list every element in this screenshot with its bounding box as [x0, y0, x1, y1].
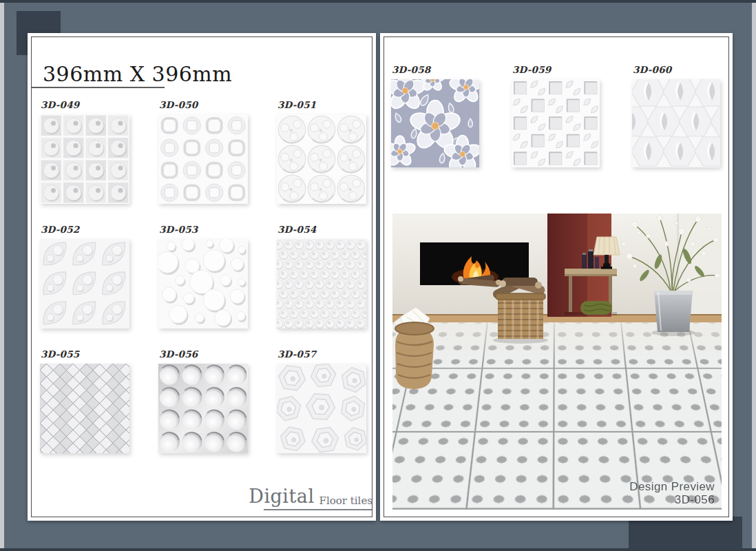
- tile-card-3d-053: 3D-053: [158, 224, 248, 329]
- flower-planter: [651, 291, 695, 336]
- tile-code-label: 3D-059: [512, 64, 600, 75]
- room-preview-photo: Design Preview 3D-056: [392, 214, 722, 510]
- brand-title: Digital: [249, 486, 314, 507]
- tile-pattern-donut-grid: [40, 114, 129, 204]
- tile-pattern-floral-relief: [391, 79, 479, 167]
- tile-code-label: 3D-050: [159, 99, 248, 110]
- tile-card-3d-060: 3D-060: [632, 64, 720, 167]
- brand-footer: DigitalFloor tiles: [249, 486, 372, 510]
- tile-code-label: 3D-049: [41, 99, 129, 110]
- brand-underline: [264, 509, 372, 510]
- tile-card-3d-054: 3D-054: [277, 224, 366, 329]
- tile-code-label: 3D-051: [277, 99, 366, 110]
- tile-pattern-rounded-square-grid: [158, 114, 248, 204]
- tile-card-3d-057: 3D-057: [277, 349, 366, 453]
- design-preview-label: Design Preview 3D-056: [629, 481, 715, 506]
- tile-code-label: 3D-057: [277, 349, 366, 360]
- tile-pattern-dotted-circles: [277, 114, 366, 204]
- frame-edge-top: [0, 0, 756, 3]
- room-scene: [392, 214, 722, 510]
- tile-code-label: 3D-054: [277, 224, 366, 235]
- tile-pattern-leaf-eye-grid: [40, 239, 129, 329]
- size-title: 396mm X 396mm: [43, 62, 232, 86]
- tile-grid-left: 3D-0493D-0503D-0513D-0523D-0533D-0543D-0…: [40, 99, 366, 453]
- tile-code-label: 3D-056: [159, 349, 248, 360]
- brand-subtitle: Floor tiles: [319, 495, 372, 507]
- corner-accent-bottom-right: [629, 517, 742, 550]
- tile-card-3d-050: 3D-050: [158, 99, 248, 204]
- tile-code-label: 3D-053: [159, 224, 248, 235]
- tile-pattern-dome-grid: [158, 364, 248, 453]
- tile-pattern-scattered-bubbles: [158, 239, 248, 329]
- frame-edge-right: [752, 0, 756, 551]
- tile-card-3d-051: 3D-051: [277, 99, 366, 204]
- design-preview-text: Design Preview: [629, 481, 715, 493]
- tile-code-label: 3D-052: [41, 224, 129, 235]
- tile-card-3d-058: 3D-058: [391, 64, 479, 167]
- catalog-page: 396mm X 396mm 3D-0493D-0503D-0513D-0523D…: [0, 0, 756, 551]
- right-page: 3D-0583D-0593D-060: [380, 33, 733, 521]
- title-underline: [32, 87, 165, 88]
- tile-card-3d-059: 3D-059: [512, 64, 600, 167]
- tile-pattern-diamond-lattice: [40, 364, 129, 453]
- tile-pattern-hex-rings: [277, 364, 366, 453]
- tile-card-3d-052: 3D-052: [40, 224, 129, 329]
- tile-grid-right: 3D-0583D-0593D-060: [391, 64, 720, 167]
- tile-card-3d-056: 3D-056: [158, 349, 248, 453]
- wicker-basket: [394, 307, 434, 389]
- tile-pattern-square-leaf-grid: [512, 79, 600, 167]
- tile-code-label: 3D-055: [41, 349, 129, 360]
- tile-pattern-dense-pebbles: [277, 239, 366, 329]
- design-preview-code: 3D-056: [629, 494, 715, 506]
- frame-edge-left: [0, 0, 4, 551]
- tile-pattern-hex-lens: [632, 79, 720, 167]
- tile-card-3d-049: 3D-049: [40, 99, 129, 204]
- tile-card-3d-055: 3D-055: [40, 349, 129, 453]
- green-rug: [580, 301, 612, 315]
- tile-code-label: 3D-058: [392, 64, 479, 75]
- left-page: 396mm X 396mm 3D-0493D-0503D-0513D-0523D…: [28, 33, 376, 521]
- tile-code-label: 3D-060: [633, 64, 720, 75]
